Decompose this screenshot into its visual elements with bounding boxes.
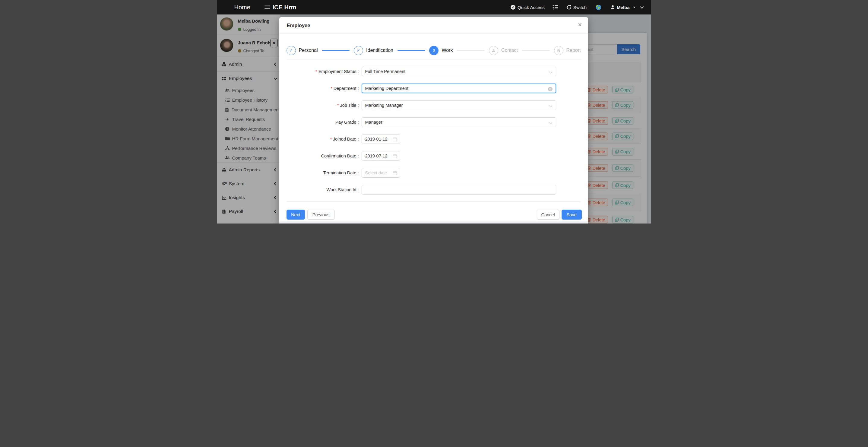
chevron-down-icon[interactable] xyxy=(640,5,644,9)
topbar: Home ICE Hrm Quick Access Switch xyxy=(217,0,651,14)
quick-access-button[interactable]: Quick Access xyxy=(510,4,545,10)
clear-icon[interactable]: ✕ xyxy=(548,87,553,91)
work-station-id-input[interactable] xyxy=(362,185,556,195)
field-department: Department Marketing Department ✕ xyxy=(279,84,588,93)
divider xyxy=(286,59,581,59)
check-icon: ✓ xyxy=(354,46,363,55)
field-label: Pay Grade xyxy=(279,117,360,127)
field-label: Confirmation Date xyxy=(279,151,360,161)
department-select[interactable]: Marketing Department ✕ xyxy=(362,84,556,93)
modal-bottom-strip xyxy=(279,221,588,224)
step-number: 5 xyxy=(554,46,563,55)
calendar-icon xyxy=(393,154,397,159)
field-job-title: Job Title Marketing Manager xyxy=(279,100,588,110)
switch-refresh-icon xyxy=(566,5,571,10)
check-icon: ✓ xyxy=(286,46,296,55)
step-connector xyxy=(457,50,484,51)
modal-title: Employee xyxy=(287,17,310,33)
previous-button[interactable]: Previous xyxy=(307,210,335,219)
step-contact[interactable]: 4 Contact xyxy=(489,46,518,55)
home-link[interactable]: Home xyxy=(234,0,250,14)
field-label: Termination Date xyxy=(279,168,360,178)
employment-status-select[interactable]: Full Time Permanent xyxy=(362,67,556,76)
field-label: Work Station Id xyxy=(279,185,360,195)
close-icon[interactable]: × xyxy=(578,21,582,30)
caret-down-icon xyxy=(633,7,636,8)
todo-list-button[interactable] xyxy=(553,4,558,10)
employee-modal: Employee × ✓ Personal ✓ Identification 3… xyxy=(279,17,588,224)
field-employment-status: Employment Status Full Time Permanent xyxy=(279,67,588,76)
chevron-down-icon xyxy=(549,120,552,124)
step-number: 4 xyxy=(489,46,498,55)
checklist-icon xyxy=(553,4,558,10)
step-personal[interactable]: ✓ Personal xyxy=(286,46,318,55)
modal-header: Employee × xyxy=(279,17,588,33)
next-button[interactable]: Next xyxy=(286,210,305,219)
user-menu[interactable]: Melba xyxy=(611,5,636,10)
job-title-select[interactable]: Marketing Manager xyxy=(362,100,556,110)
calendar-icon xyxy=(393,171,397,176)
language-globe-icon[interactable] xyxy=(596,4,601,10)
chevron-down-icon xyxy=(549,70,552,73)
field-label: Department xyxy=(279,84,360,93)
wizard-steps: ✓ Personal ✓ Identification 3 Work 4 Con… xyxy=(286,41,581,59)
step-report[interactable]: 5 Report xyxy=(554,46,581,55)
save-button[interactable]: Save xyxy=(562,210,582,219)
step-connector xyxy=(398,50,425,51)
chevron-down-icon xyxy=(549,103,552,107)
step-identification[interactable]: ✓ Identification xyxy=(354,46,393,55)
cancel-button[interactable]: Cancel xyxy=(537,210,559,219)
hamburger-menu-icon[interactable] xyxy=(265,5,270,9)
field-termination-date: Termination Date Select date xyxy=(279,168,588,178)
person-icon xyxy=(611,5,615,10)
switch-button[interactable]: Switch xyxy=(566,5,587,10)
step-work[interactable]: 3 Work xyxy=(429,46,453,55)
joined-date-picker[interactable]: 2019-01-12 xyxy=(362,134,400,144)
field-pay-grade: Pay Grade Manager xyxy=(279,117,588,127)
field-label: Job Title xyxy=(279,100,360,110)
app-window: Search DeleteCopyDeleteCopyDeleteCopyDel… xyxy=(217,0,651,224)
step-connector xyxy=(522,50,550,51)
compass-icon xyxy=(510,4,516,10)
app-title: ICE Hrm xyxy=(273,0,297,14)
field-joined-date: Joined Date 2019-01-12 xyxy=(279,134,588,144)
pay-grade-select[interactable]: Manager xyxy=(362,117,556,127)
field-work-station-id: Work Station Id xyxy=(279,185,588,195)
calendar-icon xyxy=(393,137,397,143)
step-connector xyxy=(322,50,349,51)
field-confirmation-date: Confirmation Date 2019-07-12 xyxy=(279,151,588,161)
field-label: Employment Status xyxy=(279,67,360,76)
termination-date-picker[interactable]: Select date xyxy=(362,168,400,178)
step-number: 3 xyxy=(429,46,438,55)
field-label: Joined Date xyxy=(279,134,360,144)
confirmation-date-picker[interactable]: 2019-07-12 xyxy=(362,151,400,161)
divider xyxy=(286,202,581,202)
